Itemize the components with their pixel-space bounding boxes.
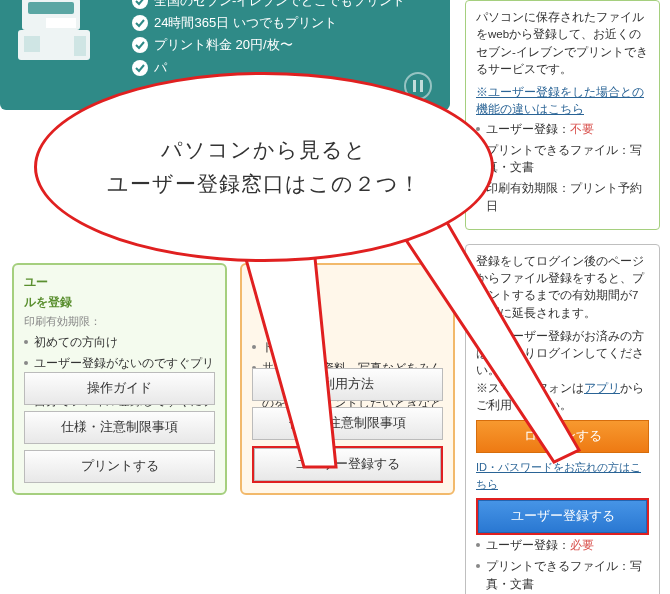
quick-print-panel: パソコンに保存されたファイルをwebから登録して、お近くのセブン-イレブンでプリ…: [465, 0, 660, 230]
register-highlight-ring: ユーザー登録する: [252, 446, 443, 483]
reg-label: ユーザー登録：: [486, 123, 570, 135]
reg-value: 不要: [570, 123, 594, 135]
balloon-line-1: パソコンから見ると: [161, 133, 367, 167]
check-icon: [132, 37, 148, 53]
hero-bullet: 全国のセブン-イレブンでどこでもプリント: [154, 0, 405, 10]
app-link[interactable]: アプリ: [584, 382, 620, 394]
usage-button[interactable]: 利用方法: [252, 368, 443, 401]
hero-banner: 全国のセブン-イレブンでどこでもプリント 24時間365日 いつでもプリント プ…: [0, 0, 450, 110]
svg-rect-2: [46, 18, 76, 28]
hero-bullet: プリント料金 20円/枚〜: [154, 36, 293, 54]
card-title-frag: ユー: [24, 275, 48, 289]
guest-print-card: ユー ルを登録 印刷有効期限： 初めての方向け ユーザー登録がないのですぐプリン…: [12, 263, 227, 495]
operation-guide-button[interactable]: 操作ガイド: [24, 372, 215, 405]
user-register-button[interactable]: ユーザー登録する: [254, 448, 441, 481]
card-title-frag: ルを登録: [24, 295, 72, 309]
user-register-button[interactable]: ユーザー登録する: [478, 500, 647, 533]
printer-illustration: [14, 0, 114, 95]
svg-rect-1: [28, 2, 74, 14]
spec-notes-button[interactable]: 仕様・注意制限事項: [252, 407, 443, 440]
login-button[interactable]: ログインする: [476, 420, 649, 453]
print-button[interactable]: プリントする: [24, 450, 215, 483]
hero-bullet: 24時間365日 いつでもプリント: [154, 14, 337, 32]
login-panel: 登録をしてログイン後のページからファイル登録をすると、プリントするまでの有効期間…: [465, 244, 660, 594]
spec-notes-button[interactable]: 仕様・注意制限事項: [24, 411, 215, 444]
login-desc-2a: 既にユーザー登録がお済みの方は下記よりログインしてください。: [476, 330, 644, 377]
info-bullet: プリントできるファイル：写真・文書: [476, 142, 649, 177]
hero-bullet: パ: [154, 59, 167, 77]
shared-print-card: ト 共有したい資料、写真などをみんなに簡単にシェアしたり、同じものを複数プリント…: [240, 263, 455, 495]
svg-rect-5: [74, 36, 86, 56]
card-bullet: 初めての方向け: [24, 334, 215, 351]
feature-diff-link[interactable]: ※ユーザー登録をした場合との機能の違いはこちら: [476, 86, 644, 115]
card-sub: 印刷有効期限：: [24, 313, 215, 330]
reg-value: 必要: [570, 539, 594, 551]
login-desc-1: 登録をしてログイン後のページからファイル登録をすると、プリントするまでの有効期間…: [476, 253, 649, 322]
register-highlight-ring: ユーザー登録する: [476, 498, 649, 535]
info-bullet: 印刷有効期限：プリント予約日: [476, 180, 649, 215]
pause-icon[interactable]: [404, 72, 432, 100]
login-desc-2b: ※スマートフォンは: [476, 382, 584, 394]
card-bullet: ト: [252, 339, 443, 356]
check-icon: [132, 0, 148, 9]
reg-label: ユーザー登録：: [486, 539, 570, 551]
info-bullet: プリントできるファイル：写真・文書: [476, 558, 649, 593]
balloon-line-2: ユーザー登録窓口はこの２つ！: [107, 167, 421, 201]
check-icon: [132, 15, 148, 31]
quick-print-desc: パソコンに保存されたファイルをwebから登録して、お近くのセブン-イレブンでプリ…: [476, 9, 649, 78]
svg-rect-4: [24, 36, 40, 52]
hero-bullet-list: 全国のセブン-イレブンでどこでもプリント 24時間365日 いつでもプリント プ…: [132, 0, 405, 81]
check-icon: [132, 60, 148, 76]
forgot-password-link[interactable]: ID・パスワードをお忘れの方はこちら: [476, 459, 649, 492]
